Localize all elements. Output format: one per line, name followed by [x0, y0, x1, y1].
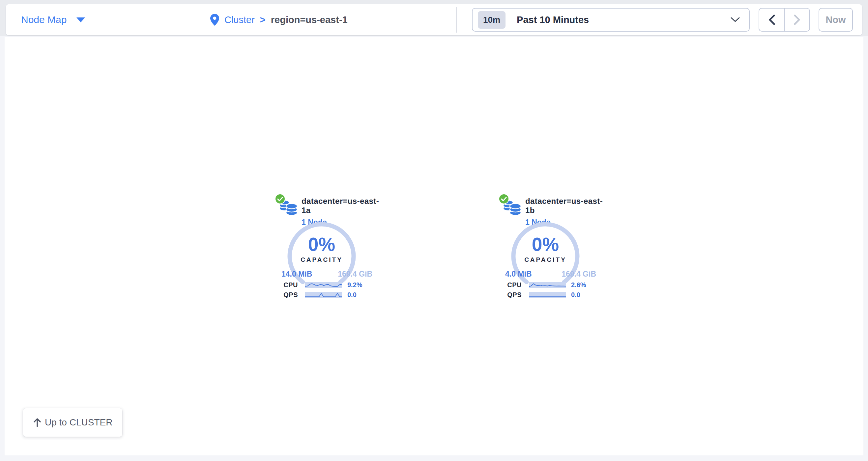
capacity-used: 4.0 MiB [505, 270, 532, 278]
cpu-value: 9.2% [347, 281, 363, 289]
up-to-cluster-button[interactable]: Up to CLUSTER [23, 408, 122, 437]
time-back-button[interactable] [758, 8, 785, 32]
now-button-label: Now [826, 14, 845, 25]
breadcrumb: Cluster > region=us-east-1 [210, 4, 348, 35]
view-selector-label: Node Map [21, 14, 67, 25]
time-nav-group [758, 8, 810, 32]
map-background: datacenter=us-east-1a 1 Node 0% CAPACITY… [0, 36, 868, 461]
node-map-canvas: datacenter=us-east-1a 1 Node 0% CAPACITY… [5, 37, 863, 455]
capacity-values: 4.0 MiB 169.4 GiB [505, 270, 596, 278]
capacity-percentage: 0% [285, 234, 358, 254]
cpu-metric-row: CPU 9.2% [262, 281, 381, 289]
datacenter-card-us-east-1b[interactable]: datacenter=us-east-1b 1 Node 0% CAPACITY… [486, 195, 605, 304]
cpu-sparkline [529, 282, 566, 288]
datacenter-icon-cluster [495, 195, 523, 217]
up-arrow-icon [33, 418, 41, 427]
capacity-percentage: 0% [509, 234, 582, 254]
healthy-check-icon [275, 194, 285, 204]
cpu-label: CPU [262, 281, 298, 289]
qps-metric-row: QPS 0.0 [262, 291, 381, 298]
datacenter-title: datacenter=us-east-1b [525, 197, 605, 215]
qps-label: QPS [262, 291, 298, 299]
capacity-values: 14.0 MiB 169.4 GiB [281, 270, 372, 278]
time-range-dropdown[interactable]: 10m Past 10 Minutes [472, 8, 750, 32]
chevron-right-icon [794, 14, 801, 25]
datacenter-card-us-east-1a[interactable]: datacenter=us-east-1a 1 Node 0% CAPACITY… [262, 195, 381, 304]
now-button[interactable]: Now [818, 8, 853, 32]
map-pin-icon [210, 14, 219, 26]
cpu-sparkline [305, 282, 342, 288]
capacity-total: 169.4 GiB [338, 270, 372, 278]
qps-value: 0.0 [571, 291, 580, 299]
qps-value: 0.0 [347, 291, 356, 299]
topbar-divider [456, 7, 457, 33]
cpu-label: CPU [486, 281, 522, 289]
up-to-cluster-label: Up to CLUSTER [45, 417, 112, 428]
capacity-used: 14.0 MiB [281, 270, 312, 278]
time-range-label: Past 10 Minutes [517, 14, 589, 25]
healthy-check-icon [499, 194, 509, 204]
qps-label: QPS [486, 291, 522, 299]
chevron-left-icon [768, 14, 775, 25]
breadcrumb-current: region=us-east-1 [271, 14, 348, 25]
capacity-label: CAPACITY [285, 256, 358, 263]
qps-metric-row: QPS 0.0 [486, 291, 605, 298]
chevron-down-icon [731, 17, 740, 22]
time-range-badge: 10m [478, 11, 505, 29]
top-bar: Node Map Cluster > region=us-east-1 10m … [6, 4, 862, 35]
qps-sparkline [305, 292, 342, 298]
time-forward-button[interactable] [784, 8, 810, 32]
capacity-total: 169.4 GiB [561, 270, 596, 278]
capacity-label: CAPACITY [509, 256, 582, 263]
view-selector-dropdown[interactable]: Node Map [21, 4, 85, 35]
breadcrumb-cluster-link[interactable]: Cluster [224, 14, 255, 25]
cpu-value: 2.6% [571, 281, 586, 289]
cpu-metric-row: CPU 2.6% [486, 281, 605, 289]
datacenter-title: datacenter=us-east-1a [302, 197, 381, 215]
breadcrumb-separator: > [260, 14, 266, 25]
datacenter-icon-cluster [272, 195, 299, 217]
caret-down-icon [76, 18, 85, 22]
qps-sparkline [529, 292, 566, 298]
